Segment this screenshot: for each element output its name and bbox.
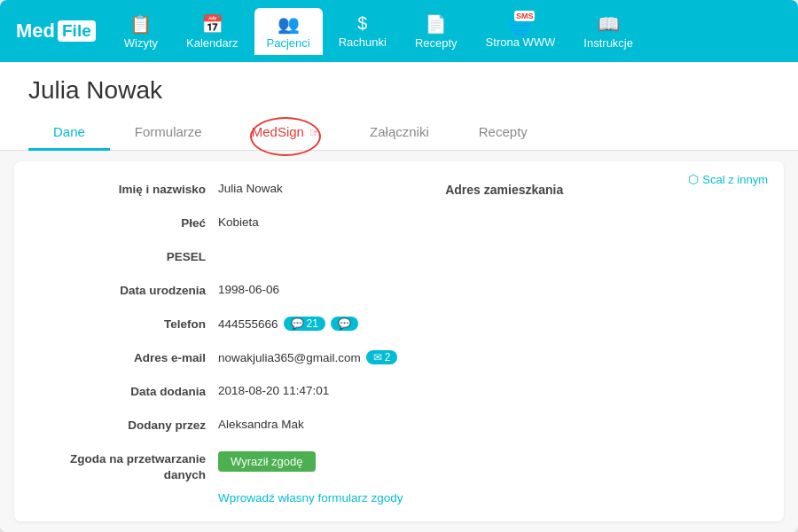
sms-count-badge[interactable]: 💬 21	[284, 317, 325, 331]
nav-pacjenci[interactable]: 👥 Pacjenci	[254, 8, 323, 55]
field-row-dodany-przez: Dodany przez Aleksandra Mak	[32, 415, 417, 440]
merge-label: Scal z innym	[702, 173, 768, 186]
wizyty-icon: 📋	[129, 13, 152, 35]
field-label-formularz-empty	[32, 491, 218, 494]
content-area: ⬡ Scal z innym Imię i nazwisko Julia Now…	[0, 151, 798, 532]
tab-medsign[interactable]: MedSign ☞	[227, 115, 345, 151]
chat-icon: 💬	[338, 317, 351, 330]
field-value-email: nowakjulia365@gmail.com ✉ 2	[218, 348, 397, 364]
formularz-zgody-link[interactable]: Wprowadź własny formularz zgody	[218, 491, 403, 505]
nav-instrukcje[interactable]: 📖 Instrukcje	[571, 8, 645, 55]
field-row-data-dodania: Data dodania 2018-08-20 11:47:01	[32, 381, 417, 406]
nav-kalendarz-label: Kalendarz	[186, 36, 239, 50]
fields-left: Imię i nazwisko Julia Nowak Płeć Kobieta…	[32, 179, 417, 521]
nav-recepty-label: Recepty	[415, 36, 458, 50]
page-title: Julia Nowak	[28, 76, 770, 105]
top-navigation: Med File 📋 Wizyty 📅 Kalendarz 👥 Pacjenci…	[0, 0, 798, 62]
wyrazil-zgode-button[interactable]: Wyraził zgodę	[218, 451, 316, 472]
field-label-zgoda-przetwarzanie: Zgoda na przetwarzanie danych	[32, 449, 218, 482]
field-label-pesel: PESEL	[32, 246, 218, 265]
kalendarz-icon: 📅	[201, 13, 223, 35]
field-row-telefon: Telefon 444555666 💬 21 💬	[32, 314, 417, 339]
logo-file: File	[58, 20, 96, 42]
pacjenci-icon: 👥	[278, 13, 300, 35]
field-value-dodany-przez: Aleksandra Mak	[218, 415, 304, 431]
nav-rachunki-label: Rachunki	[339, 35, 387, 49]
field-row-pesel: PESEL	[32, 246, 417, 271]
field-value-plec: Kobieta	[218, 213, 259, 229]
field-value-zgoda-przetwarzanie: Wyraził zgodę	[218, 449, 316, 472]
field-label-dodany-przez: Dodany przez	[32, 415, 218, 434]
cursor-icon: ☞	[309, 126, 320, 139]
sms-icon: 💬	[291, 317, 304, 330]
field-row-dob: Data urodzenia 1998-06-06	[32, 280, 417, 305]
tab-medsign-label: MedSign	[252, 124, 304, 139]
tab-recepty[interactable]: Recepty	[454, 115, 552, 151]
page-content: Julia Nowak Dane Formularze MedSign ☞ Za…	[0, 62, 798, 532]
tab-zalaczniki[interactable]: Załączniki	[345, 115, 454, 151]
field-label-data-dodania: Data dodania	[32, 381, 218, 400]
nav-pacjenci-label: Pacjenci	[267, 36, 310, 50]
page-header: Julia Nowak	[0, 62, 798, 115]
tab-formularze[interactable]: Formularze	[110, 115, 227, 151]
chat-badge[interactable]: 💬	[331, 317, 358, 331]
field-value-dob: 1998-06-06	[218, 280, 279, 296]
field-value-telefon: 444555666 💬 21 💬	[218, 314, 358, 331]
nav-wizyty-label: Wizyty	[124, 36, 158, 50]
telefon-number: 444555666	[218, 317, 278, 331]
sms-count: 21	[307, 317, 318, 330]
field-label-plec: Płeć	[32, 213, 218, 231]
recepty-icon: 📄	[425, 13, 447, 35]
field-label-dob: Data urodzenia	[32, 280, 218, 299]
field-row-email: Adres e-mail nowakjulia365@gmail.com ✉ 2	[32, 348, 417, 372]
sms-badge: SMS	[514, 11, 536, 22]
tab-dane[interactable]: Dane	[28, 115, 110, 151]
nav-rachunki[interactable]: $ Rachunki	[326, 8, 399, 54]
field-value-name: Julia Nowak	[218, 179, 283, 195]
field-row-formularz-link: Wprowadź własny formularz zgody	[32, 491, 417, 516]
app-window: Med File 📋 Wizyty 📅 Kalendarz 👥 Pacjenci…	[0, 0, 798, 532]
patient-card: ⬡ Scal z innym Imię i nazwisko Julia Now…	[14, 161, 784, 521]
fields-right: Adres zamieszkania	[445, 179, 766, 521]
email-icon: ✉	[373, 351, 382, 364]
nav-instrukcje-label: Instrukcje	[583, 36, 633, 50]
nav-recepty[interactable]: 📄 Recepty	[403, 8, 470, 55]
logo-med: Med	[16, 20, 55, 43]
tabs: Dane Formularze MedSign ☞ Załączniki Rec…	[0, 115, 798, 151]
field-label-telefon: Telefon	[32, 314, 218, 332]
strona-www-icon-wrap: 🌐 SMS	[509, 14, 531, 35]
fields-section: Imię i nazwisko Julia Nowak Płeć Kobieta…	[32, 179, 766, 521]
nav-strona-www[interactable]: 🌐 SMS Strona WWW	[473, 9, 568, 54]
email-address: nowakjulia365@gmail.com	[218, 351, 361, 364]
merge-icon: ⬡	[688, 172, 699, 186]
rachunki-icon: $	[357, 13, 367, 34]
nav-items: 📋 Wizyty 📅 Kalendarz 👥 Pacjenci $ Rachun…	[112, 8, 782, 55]
logo[interactable]: Med File	[16, 20, 96, 43]
field-row-plec: Płeć Kobieta	[32, 213, 417, 238]
nav-wizyty[interactable]: 📋 Wizyty	[112, 8, 170, 55]
instrukcje-icon: 📖	[598, 13, 620, 35]
field-label-email: Adres e-mail	[32, 348, 218, 366]
field-row-zgoda-przetwarzanie: Zgoda na przetwarzanie danych Wyraził zg…	[32, 449, 417, 482]
nav-kalendarz[interactable]: 📅 Kalendarz	[174, 8, 251, 55]
field-row-name: Imię i nazwisko Julia Nowak	[32, 179, 417, 204]
nav-strona-www-label: Strona WWW	[486, 35, 556, 49]
field-value-data-dodania: 2018-08-20 11:47:01	[218, 381, 329, 397]
merge-link[interactable]: ⬡ Scal z innym	[688, 172, 768, 186]
email-count-badge[interactable]: ✉ 2	[366, 350, 398, 364]
field-label-name: Imię i nazwisko	[32, 179, 218, 198]
email-count: 2	[385, 351, 391, 364]
